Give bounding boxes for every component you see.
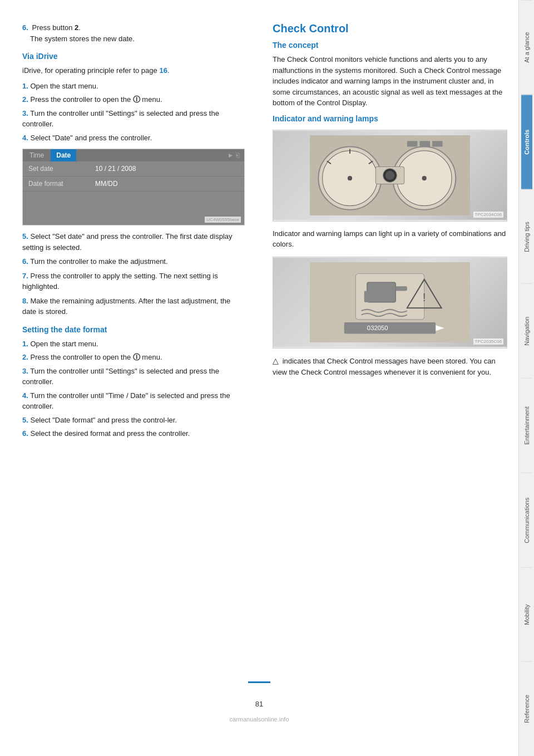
- step-6-press-button: 6. Press button 2. The system stores the…: [22, 22, 245, 44]
- df-step-6: 6. Select the desired format and press t…: [22, 428, 245, 439]
- df-step-5-text: Select "Date format" and press the contr…: [30, 416, 177, 424]
- df-step-6-num: 6.: [22, 429, 28, 438]
- step-3-num: 3.: [22, 109, 28, 117]
- warning-text: △ indicates that Check Control messages …: [273, 355, 507, 378]
- svg-rect-15: [432, 141, 443, 146]
- df-step-3: 3. Turn the controller until "Settings" …: [22, 366, 245, 387]
- df-step-5: 5. Select "Date format" and press the co…: [22, 415, 245, 426]
- menu-row-1-label: Set date: [23, 161, 90, 176]
- step-8-remaining: 8. Make the remaining adjustments. After…: [22, 296, 245, 317]
- df-step-4: 4. Turn the controller until "Time / Dat…: [22, 390, 245, 412]
- page-divider: [248, 681, 270, 683]
- step-7-text: Press the controller to apply the settin…: [22, 272, 218, 291]
- page-16-link[interactable]: 16: [159, 66, 167, 75]
- svg-rect-13: [407, 141, 418, 146]
- concept-text: The Check Control monitors vehicle funct…: [273, 54, 507, 109]
- indicator-text: Indicator and warning lamps can light up…: [273, 228, 507, 250]
- svg-rect-20: [364, 291, 370, 302]
- step-3-settings: 3. Turn the controller until "Settings" …: [22, 108, 245, 130]
- df-step-1: 1. Open the start menu.: [22, 338, 245, 350]
- dash-image-2-content: ! 032050 TPC2035C06: [273, 258, 507, 347]
- steps-after-menu: 5. Select "Set date" and press the contr…: [22, 231, 245, 317]
- df-step-4-num: 4.: [22, 391, 28, 400]
- warning-body-text: indicates that Check Control messages ha…: [273, 357, 496, 376]
- dashboard-image-1: TPC2034C06: [273, 130, 507, 222]
- df-step-2-text: Press the controller to open the Ⓘ menu.: [30, 353, 162, 361]
- df-step-3-num: 3.: [22, 367, 28, 375]
- sidebar-item-navigation[interactable]: Navigation: [521, 283, 532, 378]
- svg-point-3: [348, 176, 352, 180]
- step-6-turn: 6. Turn the controller to make the adjus…: [22, 256, 245, 267]
- via-idrive-intro: iDrive, for operating principle refer to…: [22, 65, 245, 76]
- df-step-3-text: Turn the controller until "Settings" is …: [22, 367, 219, 386]
- svg-rect-18: [367, 282, 395, 302]
- menu-empty-area: UC4W0555base: [23, 192, 244, 225]
- via-idrive-intro-text: iDrive, for operating principle refer to…: [22, 66, 159, 75]
- indicator-lamps-heading: Indicator and warning lamps: [273, 114, 507, 123]
- step-8-num: 8.: [22, 297, 28, 305]
- svg-text:032050: 032050: [367, 325, 388, 331]
- left-column: 6. Press button 2. The system stores the…: [22, 22, 250, 734]
- concept-heading: The concept: [273, 41, 507, 50]
- step-2-text: Press the controller to open the Ⓘ menu.: [30, 95, 162, 104]
- step-6-subtext: The system stores the new date.: [22, 35, 135, 43]
- df-step-1-num: 1.: [22, 340, 28, 348]
- dash-watermark-2: TPC2035C06: [473, 338, 503, 345]
- step-4-num: 4.: [22, 134, 28, 142]
- sidebar-item-mobility[interactable]: Mobility: [521, 567, 532, 662]
- menu-header-row: Time Date ► ⎗: [23, 149, 244, 161]
- button-2-bold: 2: [75, 23, 78, 32]
- svg-point-6: [422, 176, 427, 180]
- check-control-heading: Check Control: [273, 22, 507, 35]
- step-2-controller: 2. Press the controller to open the Ⓘ me…: [22, 94, 245, 105]
- step-1-num: 1.: [22, 82, 28, 90]
- svg-rect-23: [344, 322, 436, 334]
- svg-rect-19: [395, 286, 407, 291]
- step-6-text2: Turn the controller to make the adjustme…: [30, 257, 167, 266]
- svg-text:!: !: [423, 291, 426, 303]
- sidebar-item-communications[interactable]: Communications: [521, 473, 532, 567]
- dash-svg-1: [285, 135, 495, 215]
- svg-point-9: [385, 171, 394, 180]
- sidebar: At a glance Controls Driving tips Naviga…: [518, 0, 534, 756]
- df-step-4-text: Turn the controller until "Time / Date" …: [22, 391, 230, 411]
- via-idrive-steps: 1. Open the start menu. 2. Press the con…: [22, 81, 245, 144]
- df-step-5-num: 5.: [22, 416, 28, 424]
- menu-watermark: UC4W0555base: [205, 217, 241, 223]
- brand-footer: carmanualsonline.info: [0, 716, 518, 723]
- df-step-6-text: Select the desired format and press the …: [30, 429, 190, 438]
- step-5-text: Select "Set date" and press the controll…: [22, 232, 233, 252]
- menu-row-2-value: MM/DD: [90, 176, 123, 191]
- step-1-text: Open the start menu.: [30, 82, 98, 90]
- sidebar-item-driving-tips[interactable]: Driving tips: [521, 189, 532, 284]
- page-number: 81: [0, 689, 518, 714]
- sidebar-item-reference[interactable]: Reference: [521, 661, 532, 756]
- step-7-num: 7.: [22, 272, 28, 280]
- df-step-2-num: 2.: [22, 353, 28, 361]
- right-column: Check Control The concept The Check Cont…: [267, 22, 507, 734]
- step-5-set-date: 5. Select "Set date" and press the contr…: [22, 231, 245, 253]
- menu-row-2-label: Date format: [23, 176, 90, 191]
- menu-screenshot: Time Date ► ⎗ Set date 10 / 21 / 2008 Da…: [22, 149, 245, 225]
- step-6-num2: 6.: [22, 257, 28, 266]
- step-4-text: Select "Date" and press the controller.: [30, 134, 152, 142]
- menu-row-1-value: 10 / 21 / 2008: [90, 161, 141, 176]
- sidebar-item-at-a-glance[interactable]: At a glance: [521, 0, 532, 95]
- menu-row-2: Date format MM/DD: [23, 176, 244, 192]
- step-2-num: 2.: [22, 95, 28, 104]
- date-format-steps: 1. Open the start menu. 2. Press the con…: [22, 338, 245, 439]
- df-step-2: 2. Press the controller to open the Ⓘ me…: [22, 352, 245, 363]
- warning-triangle-icon: △: [273, 356, 279, 365]
- step-7-apply: 7. Press the controller to apply the set…: [22, 271, 245, 292]
- sidebar-item-entertainment[interactable]: Entertainment: [521, 378, 532, 473]
- menu-arrow: ► ⎗: [223, 149, 244, 161]
- sidebar-item-controls[interactable]: Controls: [521, 95, 532, 189]
- menu-row-1: Set date 10 / 21 / 2008: [23, 161, 244, 176]
- via-idrive-heading: Via iDrive: [22, 52, 245, 61]
- menu-time-label: Time: [23, 149, 51, 161]
- svg-rect-14: [419, 141, 430, 146]
- step-6-num: 6.: [22, 23, 28, 32]
- dash-image-1-content: TPC2034C06: [273, 131, 507, 220]
- step-3-text: Turn the controller until "Settings" is …: [22, 109, 219, 129]
- dashboard-image-2: ! 032050 TPC2035C06: [273, 257, 507, 348]
